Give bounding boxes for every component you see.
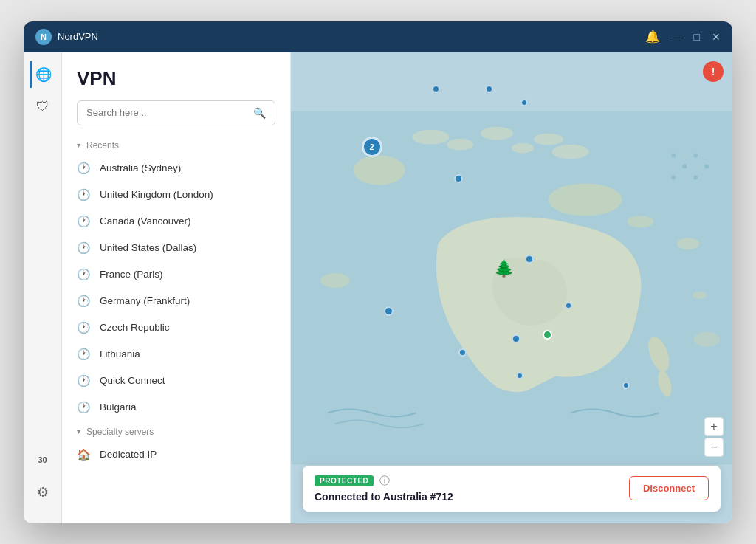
clock-icon: 🕐 — [77, 295, 91, 308]
app-title: NordVPN — [58, 31, 98, 42]
globe-icon: 🌐 — [35, 66, 52, 83]
specialty-chevron: ▾ — [77, 427, 80, 435]
sidebar-bottom: 30 ⚙ — [30, 447, 56, 514]
protected-badge: PROTECTED — [315, 475, 374, 486]
zoom-in-button[interactable]: + — [704, 417, 724, 436]
clock-icon: 🕐 — [77, 401, 91, 414]
svg-point-26 — [320, 273, 350, 288]
disconnect-button[interactable]: Disconnect — [629, 476, 709, 500]
list-item[interactable]: 🕐 France (Paris) — [68, 261, 284, 288]
svg-point-27 — [693, 331, 720, 346]
timer-button[interactable]: 30 — [30, 447, 56, 473]
panel-title: VPN — [77, 67, 275, 90]
map-area: 2 🌲 ! + − — [291, 52, 732, 523]
server-dot[interactable] — [384, 306, 394, 316]
maximize-button[interactable]: □ — [694, 32, 700, 42]
active-server-dot[interactable] — [543, 330, 552, 340]
dedicated-ip-item[interactable]: 🏠 Dedicated IP — [68, 441, 284, 468]
svg-point-24 — [692, 291, 707, 298]
svg-point-13 — [412, 129, 449, 144]
svg-point-5 — [671, 175, 676, 179]
server-dot[interactable] — [525, 255, 534, 264]
map-svg — [291, 52, 732, 523]
item-text: United Kingdom (London) — [100, 189, 275, 200]
svg-point-2 — [682, 164, 687, 168]
sidebar-shield-button[interactable]: 🛡 — [30, 94, 56, 120]
timer-icon: 30 — [38, 455, 47, 464]
svg-point-15 — [481, 126, 513, 140]
svg-point-19 — [354, 155, 405, 185]
zoom-controls: + − — [704, 417, 724, 457]
alert-icon[interactable]: ! — [703, 61, 724, 82]
svg-point-16 — [512, 142, 534, 153]
search-box[interactable]: 🔍 — [77, 100, 275, 125]
recents-chevron: ▾ — [77, 141, 80, 149]
connection-text: Connected to Australia #712 — [315, 491, 453, 503]
status-bar: PROTECTED ⓘ Connected to Australia #712 … — [303, 466, 721, 512]
clock-icon: 🕐 — [77, 241, 91, 255]
title-bar-controls: 🔔 — □ ✕ — [645, 31, 721, 43]
title-bar: N NordVPN 🔔 — □ ✕ — [24, 21, 732, 52]
list-item[interactable]: 🕐 Australia (Sydney) — [68, 155, 284, 182]
sidebar-vpn-button[interactable]: 🌐 — [30, 61, 56, 88]
list-item[interactable]: 🕐 Germany (Frankfurt) — [68, 288, 284, 314]
settings-button[interactable]: ⚙ — [30, 479, 56, 506]
icon-sidebar: 🌐 🛡 30 ⚙ — [24, 52, 62, 523]
search-icon: 🔍 — [253, 107, 266, 119]
recents-label: Recents — [86, 140, 119, 151]
panel-header: VPN 🔍 — [62, 52, 290, 134]
svg-point-18 — [552, 144, 589, 159]
app-body: 🌐 🛡 30 ⚙ VPN 🔍 — [24, 52, 732, 523]
zoom-out-button[interactable]: − — [704, 438, 724, 457]
list-item[interactable]: 🕐 United Kingdom (London) — [68, 182, 284, 208]
item-text: Lithuania — [100, 348, 275, 359]
dedicated-ip-label: Dedicated IP — [100, 449, 275, 460]
item-text: Canada (Vancouver) — [100, 216, 275, 227]
clock-icon: 🕐 — [77, 188, 91, 202]
server-dot[interactable] — [622, 382, 630, 389]
minimize-button[interactable]: — — [672, 32, 682, 42]
gear-icon: ⚙ — [37, 484, 49, 500]
clock-icon: 🕐 — [77, 348, 91, 361]
specialty-label: Specialty servers — [86, 427, 154, 437]
list-item[interactable]: 🕐 Lithuania — [68, 341, 284, 368]
svg-point-3 — [693, 153, 698, 157]
clock-icon: 🕐 — [77, 268, 91, 281]
svg-point-14 — [447, 138, 473, 150]
item-text: United States (Dallas) — [100, 242, 275, 253]
map-cluster[interactable]: 2 — [362, 137, 382, 157]
nord-logo-icon: N — [35, 29, 52, 45]
list-container: ▾ Recents 🕐 Australia (Sydney) 🕐 United … — [62, 134, 290, 523]
clock-icon: 🕐 — [77, 374, 91, 388]
list-item[interactable]: 🕐 Canada (Vancouver) — [68, 208, 284, 235]
svg-point-1 — [671, 153, 676, 157]
title-bar-logo: N NordVPN — [35, 29, 645, 45]
recents-header[interactable]: ▾ Recents — [68, 134, 284, 155]
list-item[interactable]: 🕐 United States (Dallas) — [68, 235, 284, 261]
svg-point-25 — [627, 216, 653, 227]
specialty-header[interactable]: ▾ Specialty servers — [68, 421, 284, 441]
close-button[interactable]: ✕ — [712, 32, 721, 42]
list-item[interactable]: 🕐 Czech Republic — [68, 314, 284, 341]
bell-button[interactable]: 🔔 — [645, 31, 660, 43]
item-text: Australia (Sydney) — [100, 162, 275, 173]
status-left: PROTECTED ⓘ Connected to Australia #712 — [315, 475, 453, 503]
svg-point-4 — [704, 164, 709, 168]
app-window: N NordVPN 🔔 — □ ✕ 🌐 🛡 30 ⚙ — [24, 21, 732, 523]
info-icon[interactable]: ⓘ — [379, 475, 390, 488]
svg-point-22 — [549, 183, 622, 216]
search-input[interactable] — [86, 107, 247, 118]
clock-icon: 🕐 — [77, 162, 91, 175]
server-dot[interactable] — [565, 302, 572, 309]
shield-icon: 🛡 — [36, 99, 49, 114]
list-item[interactable]: 🕐 Bulgaria — [68, 394, 284, 421]
svg-point-17 — [534, 133, 563, 145]
item-text: France (Paris) — [100, 269, 275, 280]
svg-point-23 — [677, 238, 699, 249]
quick-connect-item[interactable]: 🕐 Quick Connect — [68, 368, 284, 394]
quick-connect-label: Quick Connect — [100, 375, 275, 386]
item-text: Bulgaria — [100, 402, 275, 413]
item-text: Germany (Frankfurt) — [100, 295, 275, 306]
item-text: Czech Republic — [100, 322, 275, 333]
clock-icon: 🕐 — [77, 321, 91, 334]
